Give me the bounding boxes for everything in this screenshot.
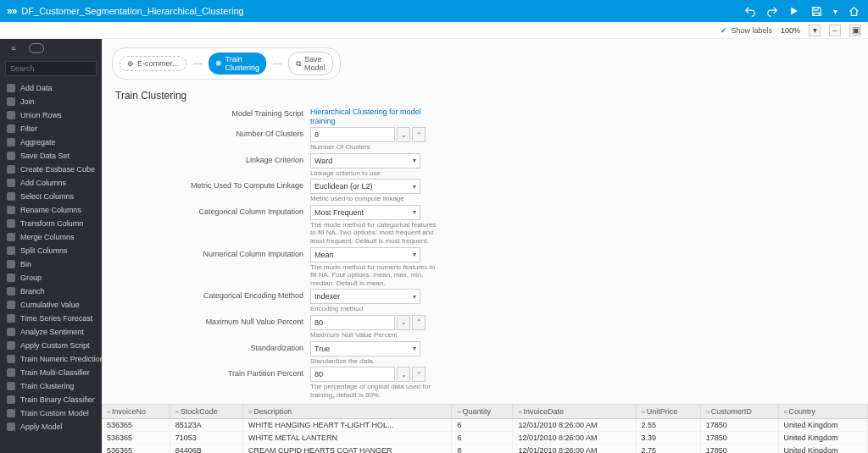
zoom-level[interactable]: 100%: [781, 26, 800, 35]
metric-select[interactable]: Euclidean (or L2)▾: [310, 179, 420, 194]
check-icon: ✔: [721, 26, 727, 35]
sidebar-item[interactable]: Join: [0, 95, 102, 108]
zoom-fit-button[interactable]: ▣: [849, 25, 861, 36]
sidebar-item[interactable]: Rename Columns: [0, 203, 102, 217]
column-header[interactable]: ≡InvoiceDate: [513, 405, 636, 419]
sort-icon: ≡: [175, 409, 179, 415]
stepper-up-icon[interactable]: ⌃: [412, 127, 426, 142]
encoding-select[interactable]: Indexer▾: [310, 289, 420, 304]
model-script-link[interactable]: Hierarchical Clustering for model traini…: [310, 108, 421, 125]
table-cell: 2.75: [636, 445, 700, 453]
table-cell: 8: [452, 445, 513, 453]
sidebar-item[interactable]: Train Multi-Classifier: [0, 366, 102, 379]
sidebar-item-label: Train Custom Model: [20, 409, 89, 417]
chevron-down-icon: ▾: [413, 345, 416, 352]
save-icon[interactable]: [809, 3, 824, 19]
zoom-out-button[interactable]: –: [829, 25, 841, 36]
redo-icon[interactable]: [765, 3, 780, 19]
run-icon[interactable]: [787, 3, 802, 19]
table-row[interactable]: 53636585123AWHITE HANGING HEART T-LIGHT …: [102, 419, 868, 432]
table-cell: WHITE METAL LANTERN: [243, 432, 452, 445]
table-row[interactable]: 53636584406BCREAM CUPID HEARTS COAT HANG…: [102, 445, 868, 453]
sidebar-item[interactable]: Filter: [0, 122, 102, 135]
sidebar-item-icon: [7, 138, 15, 146]
sidebar-item-label: Save Data Set: [20, 152, 70, 160]
sidebar-item-icon: [7, 260, 15, 268]
sidebar-item[interactable]: Aggregate: [0, 135, 102, 149]
sidebar-item-label: Select Columns: [20, 192, 74, 201]
sidebar-item[interactable]: Add Data: [0, 81, 102, 95]
stepper-up-icon[interactable]: ⌃: [412, 367, 426, 382]
helper-cat-imputation: The mode method for categorical features…: [310, 221, 437, 246]
sidebar-item[interactable]: Analyze Sentiment: [0, 325, 102, 339]
column-header[interactable]: ≡Quantity: [452, 405, 513, 419]
sidebar-item[interactable]: Branch: [0, 285, 102, 298]
cat-imputation-select[interactable]: Most Frequent▾: [310, 205, 420, 220]
sidebar-item-icon: [7, 341, 15, 350]
show-labels-toggle[interactable]: ✔ Show labels: [721, 26, 772, 35]
sidebar-item-label: Join: [20, 97, 35, 106]
table-cell: United Kingdom: [778, 432, 868, 445]
sort-icon: ≡: [518, 409, 521, 415]
search-input[interactable]: [5, 61, 97, 76]
standardization-select[interactable]: True▾: [310, 341, 420, 356]
flow-node-train-clustering[interactable]: ❋ TrainClustering: [209, 52, 267, 75]
subbar: ✔ Show labels 100% ▾ – ▣: [0, 22, 868, 39]
flow-node-save-model[interactable]: ⧉ SaveModel: [288, 52, 333, 75]
column-header[interactable]: ≡Country: [778, 405, 868, 419]
linkage-select[interactable]: Ward▾: [310, 153, 420, 168]
sort-icon: ≡: [706, 409, 709, 415]
label-linkage: Linkage Criterion: [166, 153, 310, 164]
list-icon[interactable]: ≡: [7, 41, 20, 55]
sidebar-item[interactable]: Save Data Set: [0, 149, 102, 163]
max-null-input[interactable]: 80: [310, 315, 395, 330]
sidebar-item[interactable]: Time Series Forecast: [0, 312, 102, 325]
sidebar-item[interactable]: Apply Model: [0, 420, 102, 434]
topbar: »» DF_Customer_Segmentation_Hierarchical…: [0, 0, 868, 22]
sidebar-item[interactable]: Train Clustering: [0, 379, 102, 393]
partition-input[interactable]: 80: [310, 367, 395, 382]
sidebar-item[interactable]: Train Numeric Prediction: [0, 352, 102, 366]
loop-icon[interactable]: [29, 43, 44, 53]
sidebar-item[interactable]: Apply Custom Script: [0, 339, 102, 352]
helper-linkage: Linkage criterion to use: [310, 169, 437, 178]
stepper-down-icon[interactable]: ⌄: [397, 127, 410, 142]
sidebar-item-label: Merge Columns: [20, 233, 75, 241]
sidebar-item[interactable]: Cumulative Value: [0, 298, 102, 312]
flow-diagram: ⊕ E-commer... ❋ TrainClustering ⧉ SaveMo…: [102, 39, 868, 85]
chevron-down-icon[interactable]: ▾: [831, 3, 839, 19]
sidebar-item-label: Union Rows: [20, 111, 62, 119]
table-cell: 6: [452, 419, 513, 432]
sidebar-item[interactable]: Train Binary Classifier: [0, 393, 102, 406]
num-imputation-select[interactable]: Mean▾: [310, 247, 420, 262]
table-row[interactable]: 53636571053WHITE METAL LANTERN612/01/201…: [102, 432, 868, 445]
flow-node-source[interactable]: ⊕ E-commer...: [120, 56, 186, 71]
sidebar: ≡ Add DataJoinUnion RowsFilterAggregateS…: [0, 39, 102, 453]
table-cell: CREAM CUPID HEARTS COAT HANGER: [243, 445, 452, 453]
column-header[interactable]: ≡StockCode: [170, 405, 242, 419]
column-header[interactable]: ≡CustomerID: [700, 405, 778, 419]
column-header[interactable]: ≡InvoiceNo: [102, 405, 170, 419]
sidebar-item[interactable]: Select Columns: [0, 190, 102, 203]
sidebar-item[interactable]: Train Custom Model: [0, 406, 102, 420]
sidebar-item[interactable]: Group: [0, 271, 102, 285]
stepper-down-icon[interactable]: ⌄: [397, 315, 410, 330]
zoom-dropdown-icon[interactable]: ▾: [809, 25, 821, 36]
sidebar-item-label: Split Columns: [20, 246, 68, 255]
sidebar-item[interactable]: Split Columns: [0, 244, 102, 257]
home-icon[interactable]: [846, 3, 861, 19]
sidebar-item-icon: [7, 314, 15, 323]
num-clusters-input[interactable]: 8: [310, 127, 395, 142]
sidebar-item[interactable]: Bin: [0, 257, 102, 271]
column-header[interactable]: ≡Description: [243, 405, 452, 419]
undo-icon[interactable]: [743, 3, 758, 19]
sidebar-item[interactable]: Create Essbase Cube: [0, 163, 102, 176]
sidebar-item[interactable]: Union Rows: [0, 108, 102, 122]
sidebar-item[interactable]: Merge Columns: [0, 230, 102, 244]
sidebar-item[interactable]: Add Columns: [0, 176, 102, 190]
stepper-down-icon[interactable]: ⌄: [397, 367, 410, 382]
sidebar-item[interactable]: Transform Column: [0, 217, 102, 230]
stepper-up-icon[interactable]: ⌃: [412, 315, 426, 330]
sidebar-item-label: Rename Columns: [20, 206, 81, 214]
column-header[interactable]: ≡UnitPrice: [636, 405, 700, 419]
